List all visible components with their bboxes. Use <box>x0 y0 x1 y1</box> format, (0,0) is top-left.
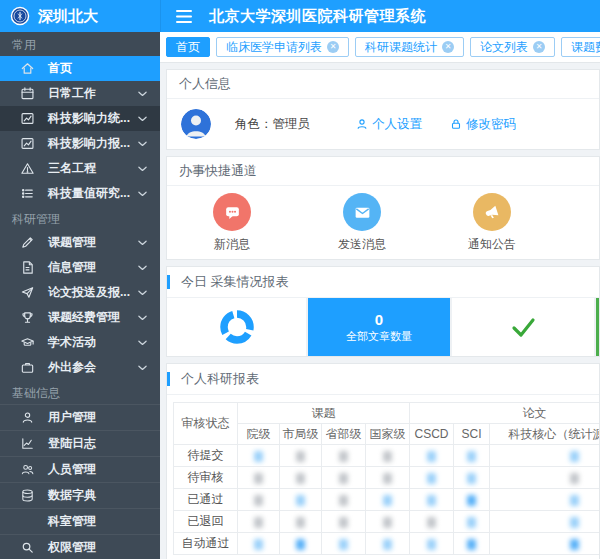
value-cell[interactable] <box>490 467 600 489</box>
stat-cell-check[interactable] <box>452 298 594 356</box>
sidebar-item-label: 日常工作 <box>48 85 96 102</box>
value-cell[interactable] <box>454 467 490 489</box>
sidebar-item-none[interactable]: 科室管理 <box>0 508 160 534</box>
row-status-label: 待提交 <box>174 445 238 467</box>
value-cell[interactable] <box>280 445 322 467</box>
sidebar-item-calendar[interactable]: 日常工作 <box>0 81 160 106</box>
blurred-value <box>570 473 579 484</box>
hamburger-menu-icon[interactable] <box>176 10 194 23</box>
column-header: 国家级 <box>366 424 410 445</box>
value-cell[interactable] <box>280 533 322 555</box>
value-cell[interactable] <box>454 489 490 511</box>
sidebar-item-label: 课题管理 <box>48 234 96 251</box>
blurred-value <box>427 539 436 550</box>
sidebar-item-paper-plane[interactable]: 论文投送及报... <box>0 280 160 305</box>
chevron-down-icon <box>138 166 147 172</box>
value-cell[interactable] <box>322 445 366 467</box>
table-header-group-row: 审核状态课题论文 <box>174 403 600 424</box>
sidebar-item-chart-board[interactable]: 科技影响力统... <box>0 106 160 131</box>
value-cell[interactable] <box>490 511 600 533</box>
sidebar-item-home[interactable]: 首页 <box>0 56 160 81</box>
sidebar-section: 课题管理信息管理论文投送及报...课题经费管理学术活动外出参会 <box>0 230 160 380</box>
value-cell[interactable] <box>322 511 366 533</box>
quick-item-2[interactable]: 发送消息 <box>297 193 427 253</box>
value-cell[interactable] <box>280 489 322 511</box>
stat-cell-green[interactable] <box>596 298 600 356</box>
table-row: 待审核 <box>174 467 600 489</box>
value-cell[interactable] <box>366 511 410 533</box>
article-count-value: 0 <box>375 311 383 328</box>
blurred-value <box>339 539 348 550</box>
stat-cell-article-count[interactable]: 0 全部文章数量 <box>308 298 450 356</box>
tab-3[interactable]: 论文列表✕ <box>470 37 555 57</box>
close-icon[interactable]: ✕ <box>442 41 454 53</box>
quick-item-1[interactable]: 新消息 <box>167 193 297 253</box>
value-cell[interactable] <box>322 489 366 511</box>
group-header: 论文 <box>410 403 600 424</box>
sidebar-item-line-chart[interactable]: 登陆日志 <box>0 430 160 456</box>
sidebar-item-chart-board[interactable]: 科技影响力报... <box>0 131 160 156</box>
tab-0[interactable]: 首页 <box>166 37 210 57</box>
value-cell[interactable] <box>410 533 454 555</box>
value-cell[interactable] <box>490 533 600 555</box>
chevron-down-icon <box>138 91 147 97</box>
group-header: 课题 <box>238 403 410 424</box>
close-icon[interactable]: ✕ <box>533 41 545 53</box>
column-header: 院级 <box>238 424 280 445</box>
value-cell[interactable] <box>366 489 410 511</box>
avatar <box>181 109 211 139</box>
value-cell[interactable] <box>238 467 280 489</box>
value-cell[interactable] <box>366 533 410 555</box>
chevron-down-icon <box>138 240 147 246</box>
value-cell[interactable] <box>454 511 490 533</box>
personal-settings-link[interactable]: 个人设置 <box>356 116 422 133</box>
value-cell[interactable] <box>490 445 600 467</box>
sidebar-item-database[interactable]: 数据字典 <box>0 482 160 508</box>
change-password-link[interactable]: 修改密码 <box>450 116 516 133</box>
line-chart-icon <box>20 436 35 451</box>
chevron-down-icon <box>138 191 147 197</box>
value-cell[interactable] <box>322 467 366 489</box>
stat-cell-donut[interactable] <box>167 298 306 356</box>
tab-1[interactable]: 临床医学申请列表✕ <box>216 37 349 57</box>
value-cell[interactable] <box>238 489 280 511</box>
card-title: 办事快捷通道 <box>179 162 257 180</box>
sidebar-item-trophy[interactable]: 课题经费管理 <box>0 305 160 330</box>
sidebar-item-label: 人员管理 <box>48 461 96 478</box>
value-cell[interactable] <box>366 467 410 489</box>
sidebar-item-warning[interactable]: 三名工程 <box>0 156 160 181</box>
blurred-value <box>467 495 476 506</box>
sidebar-item-briefcase[interactable]: 外出参会 <box>0 355 160 380</box>
value-cell[interactable] <box>410 445 454 467</box>
sidebar-item-users[interactable]: 人员管理 <box>0 456 160 482</box>
value-cell[interactable] <box>490 489 600 511</box>
value-cell[interactable] <box>366 445 410 467</box>
blurred-value <box>427 451 436 462</box>
grad-cap-icon <box>20 335 35 350</box>
sidebar-item-label: 科技量值研究... <box>48 185 130 202</box>
value-cell[interactable] <box>410 511 454 533</box>
close-icon[interactable]: ✕ <box>327 41 339 53</box>
article-count-label: 全部文章数量 <box>346 329 412 344</box>
sidebar-item-user[interactable]: 用户管理 <box>0 404 160 430</box>
value-cell[interactable] <box>280 467 322 489</box>
value-cell[interactable] <box>410 467 454 489</box>
top-bar: 深圳北大 北京大学深圳医院科研管理系统 <box>0 0 600 32</box>
sidebar-item-edit[interactable]: 课题管理 <box>0 230 160 255</box>
sidebar-item-magnifier[interactable]: 权限管理 <box>0 534 160 559</box>
tab-2[interactable]: 科研课题统计✕ <box>355 37 464 57</box>
quick-item-3[interactable]: 通知公告 <box>427 193 557 253</box>
value-cell[interactable] <box>238 533 280 555</box>
tab-4[interactable]: 课题费用报表✕ <box>561 37 600 57</box>
value-cell[interactable] <box>322 533 366 555</box>
value-cell[interactable] <box>410 489 454 511</box>
sidebar-item-grad-cap[interactable]: 学术活动 <box>0 330 160 355</box>
value-cell[interactable] <box>238 511 280 533</box>
card-header: 办事快捷通道 <box>167 157 599 186</box>
value-cell[interactable] <box>238 445 280 467</box>
sidebar-item-document[interactable]: 信息管理 <box>0 255 160 280</box>
value-cell[interactable] <box>454 445 490 467</box>
value-cell[interactable] <box>454 533 490 555</box>
value-cell[interactable] <box>280 511 322 533</box>
sidebar-item-list[interactable]: 科技量值研究... <box>0 181 160 206</box>
